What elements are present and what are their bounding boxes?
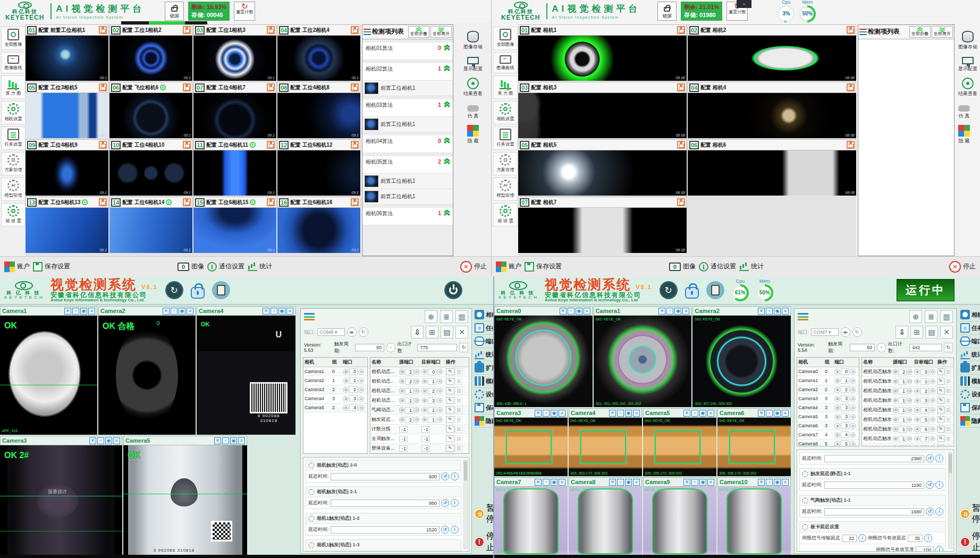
delay-input[interactable]: 980 (331, 500, 440, 507)
strip-item[interactable]: 结果查看 (958, 78, 977, 97)
sync-icon[interactable]: ↻ (165, 281, 183, 299)
camera-panel[interactable]: Camera0✕▫◉≡ 0x0: KEYE_OK 305, 435, 456.0… (494, 306, 593, 407)
com-port-select[interactable]: COM8 ▾ (317, 328, 345, 336)
lock-icon[interactable] (685, 287, 699, 299)
tile-icon[interactable]: ◉ (230, 437, 237, 444)
delete-button[interactable]: ▥ (940, 310, 953, 323)
apply-icon[interactable]: ↺ (441, 526, 449, 534)
table-row[interactable]: Camera3 2 ⊕2⊖ (303, 385, 367, 394)
table-row[interactable]: 气阀动态... ⊕1⊖ ⊕1⊖ ✎▥ (370, 405, 469, 415)
save-settings-button[interactable]: 保存设置 (525, 262, 562, 272)
sidebar-item[interactable]: 方案管理 (1, 152, 26, 175)
table-row[interactable]: Camera1 1 ⊕1⊖ (797, 376, 859, 385)
table-row[interactable]: 整体设备... ⊕-1⊖ ⊕-1⊖ ✎▥ (370, 444, 469, 453)
info-icon[interactable]: i (935, 454, 943, 462)
camera-tile[interactable]: 02 配置 工位1相机2 09.1 (109, 24, 192, 81)
info-icon[interactable]: i (451, 526, 459, 534)
camera-image[interactable]: 09.1 (26, 93, 108, 138)
lock-icon[interactable] (191, 287, 205, 299)
image-button[interactable]: 图像 (178, 262, 204, 271)
play-button[interactable]: ◂▸ (841, 327, 850, 337)
tile-icon[interactable]: ✕ (64, 308, 71, 315)
camera-image[interactable]: 09.1 (109, 208, 192, 253)
remove-doc-button[interactable]: ✕ (455, 326, 468, 339)
save-icon[interactable] (267, 26, 275, 34)
info-icon[interactable]: i (935, 481, 943, 489)
table-row[interactable]: Camera4 3 ⊕3⊖ (797, 403, 859, 412)
save-icon[interactable] (99, 83, 107, 91)
tile-icon[interactable]: ✕ (658, 308, 665, 315)
sidebar-item[interactable]: 端口 (474, 335, 493, 348)
tile-icon[interactable]: ✕ (214, 437, 221, 444)
camera-tile[interactable]: 08 配置 工位4相机8 09.1 (277, 82, 360, 138)
apply-icon[interactable]: ↺ (926, 481, 934, 489)
strip-item[interactable]: 结果查看 (463, 78, 483, 97)
camera-image[interactable]: 08.08 (518, 36, 687, 81)
tile-icon[interactable]: ✕ (683, 410, 690, 417)
menu-icon[interactable] (304, 313, 315, 320)
camera-tile[interactable]: 11 配置 工位4相机11 09.1 (193, 139, 276, 196)
sidebar-item[interactable]: 组 设 置 (1, 203, 26, 226)
camera-thumbnail-item[interactable]: 前置工位相机1 (362, 117, 453, 132)
table-row[interactable]: Camera2 1 ⊕1⊖ (303, 376, 367, 385)
camera-tile[interactable]: 04 配置 工位2相机4 09.1 (277, 24, 360, 81)
tile-icon[interactable]: ≡ (88, 308, 95, 315)
tile-icon[interactable]: ✕ (560, 308, 567, 315)
tile-icon[interactable]: ◉ (674, 308, 681, 315)
sidebar-item[interactable]: 端口 (960, 335, 980, 348)
camera-thumbnail-item[interactable]: 前置工位相机1 (362, 81, 453, 96)
camera-image[interactable]: 08.08 (518, 93, 687, 138)
camera-image[interactable]: 08.08 (688, 36, 856, 81)
algorithm-item[interactable]: 相机03算法 1 (362, 99, 453, 117)
edit-button[interactable]: ✎ (446, 378, 454, 385)
tile-icon[interactable]: ▫ (617, 479, 624, 486)
tile-icon[interactable]: ◉ (699, 479, 706, 486)
delay-input[interactable]: 600 (331, 473, 440, 480)
sidebar-item[interactable]: 任务 (960, 322, 980, 335)
sidebar-item[interactable]: 任务 (474, 322, 493, 335)
save-settings-button[interactable]: 保存设置 (33, 262, 70, 272)
info-icon[interactable]: i (935, 508, 943, 515)
sidebar-item[interactable]: 模板 (960, 375, 980, 388)
save-icon[interactable] (351, 83, 359, 91)
doc-button[interactable]: ▤ (441, 326, 453, 339)
lock-screen-button[interactable]: 锁屏 (657, 2, 677, 21)
outlet-count-input[interactable]: 442 (909, 344, 942, 351)
tile-icon[interactable]: ▫ (543, 410, 550, 417)
info-icon[interactable]: i (858, 534, 866, 542)
strip-item[interactable]: 隐 藏 (958, 125, 970, 145)
save-icon[interactable] (267, 83, 275, 91)
power-button[interactable] (444, 281, 462, 299)
table-row[interactable]: 相机动态... ⊕2⊖ ⊕0⊖ ✎▥ (370, 367, 469, 377)
info-icon[interactable]: i (451, 499, 459, 507)
expand-all-button[interactable]: 全部展开 (932, 26, 953, 38)
apply-icon[interactable]: ↺ (441, 499, 449, 507)
tile-icon[interactable]: ≡ (782, 410, 789, 417)
stats-button[interactable]: 统计 (739, 262, 764, 271)
camera-panel-1[interactable]: Camera1✕▫◉≡ OK APF_415 (0, 306, 97, 435)
delay-input[interactable]: 2380 (824, 455, 924, 462)
strip-item[interactable]: 隐 藏 (467, 125, 479, 145)
save-icon[interactable] (351, 26, 359, 34)
algorithm-item[interactable]: 相机06算法 1 (362, 208, 453, 225)
sidebar-item[interactable]: 隐藏 (474, 415, 493, 428)
tile-icon[interactable]: ≡ (238, 437, 245, 444)
image-button[interactable]: 图像 (669, 262, 696, 271)
add-page-button[interactable]: ⊞ (910, 326, 923, 339)
com-port-select[interactable]: COM7 ▾ (811, 328, 839, 336)
camera-image[interactable]: 09.1 (109, 36, 192, 81)
tile-icon[interactable]: ▫ (171, 308, 178, 315)
algorithm-item[interactable]: 相机02算法 1 (362, 63, 453, 81)
tile-icon[interactable]: ◉ (576, 308, 582, 315)
camera-image[interactable]: 09.1 (277, 93, 360, 138)
sidebar-item[interactable]: 统计 (474, 348, 493, 361)
camera-tile[interactable]: 05 配置 工位3相机5 09.1 (26, 82, 108, 138)
camera-image[interactable]: 09.1 (26, 208, 108, 253)
save-icon[interactable] (99, 141, 107, 149)
camera-tile[interactable]: 01 配置 相机1 08.08 (518, 24, 687, 81)
collapse-widget[interactable]: ⌄ (737, 0, 751, 8)
tile-icon[interactable]: ≡ (559, 410, 565, 417)
tile-icon[interactable]: ▫ (271, 308, 277, 315)
delay-input[interactable]: 1680 (824, 508, 924, 515)
collapse-chevron-icon[interactable] (443, 158, 451, 165)
